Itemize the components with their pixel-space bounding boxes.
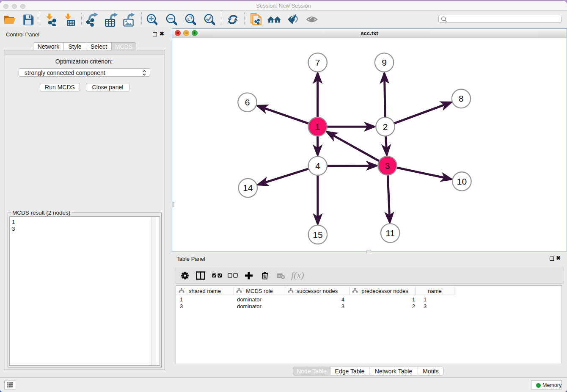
- svg-text:8: 8: [459, 94, 464, 103]
- svg-text:15: 15: [313, 230, 322, 240]
- svg-text:3: 3: [385, 161, 390, 171]
- svg-text:9: 9: [382, 58, 387, 67]
- svg-text:6: 6: [245, 97, 250, 107]
- svg-text:1: 1: [315, 122, 320, 132]
- svg-text:10: 10: [457, 177, 467, 186]
- svg-text:14: 14: [243, 183, 253, 193]
- svg-text:11: 11: [385, 228, 395, 238]
- svg-text:2: 2: [383, 122, 388, 132]
- svg-text:4: 4: [315, 161, 320, 171]
- svg-text:7: 7: [315, 58, 320, 67]
